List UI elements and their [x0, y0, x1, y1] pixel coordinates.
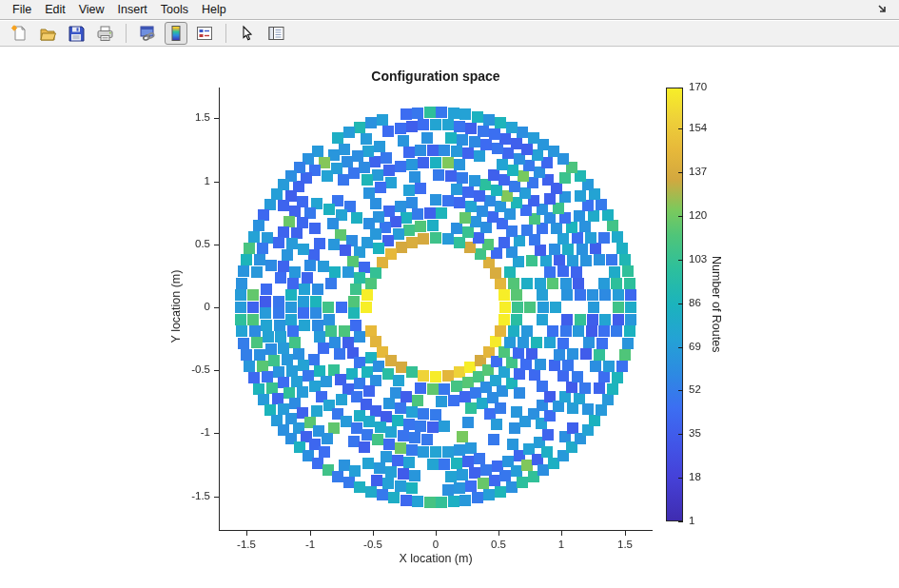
y-tick	[214, 118, 219, 119]
y-tick-label: -1	[178, 426, 210, 438]
colorbar-tick-label: 103	[689, 253, 707, 265]
figure-toolbar	[0, 21, 899, 47]
colorbar-tick	[678, 521, 683, 522]
new-figure-icon	[10, 25, 28, 42]
figure-window: FileEditViewInsertToolsHelp	[0, 0, 899, 588]
menu-bar: FileEditViewInsertToolsHelp	[0, 0, 899, 20]
y-tick	[214, 245, 219, 245]
colorbar[interactable]	[666, 88, 683, 521]
y-tick	[214, 182, 219, 183]
colorbar-tick-label: 18	[689, 471, 701, 482]
print-button[interactable]	[93, 22, 116, 45]
edit-plot-button[interactable]	[236, 22, 259, 45]
x-tick	[625, 531, 626, 536]
save-figure-icon	[68, 25, 85, 42]
colorbar-tick-label: 137	[689, 166, 707, 177]
y-tick	[214, 433, 219, 434]
colorbar-tick-label: 52	[689, 383, 701, 395]
x-tick-label: 0	[417, 539, 455, 550]
insert-colorbar-icon	[167, 25, 185, 42]
link-plot-button[interactable]	[136, 22, 159, 45]
figure-canvas-area: Configuration space X location (m) Y loc…	[0, 47, 899, 588]
colorbar-tick	[678, 478, 683, 479]
colorbar-tick	[678, 216, 683, 217]
x-tick	[373, 531, 374, 536]
colorbar-tick	[678, 304, 683, 304]
y-tick-label: 1	[178, 175, 210, 186]
colorbar-tick-label: 170	[689, 81, 707, 92]
colorbar-tick	[678, 88, 683, 88]
y-tick	[214, 370, 219, 371]
colorbar-tick-label: 35	[689, 427, 701, 439]
colorbar-tick	[678, 172, 683, 173]
y-tick	[214, 307, 219, 308]
x-tick-label: 0.5	[479, 539, 518, 550]
new-figure-button[interactable]	[8, 22, 30, 45]
dock-figure-button[interactable]	[876, 3, 889, 16]
print-icon	[96, 25, 114, 43]
save-figure-button[interactable]	[65, 22, 88, 45]
plot-title: Configuration space	[245, 69, 626, 84]
x-tick	[246, 531, 247, 536]
insert-legend-button[interactable]	[193, 22, 216, 45]
colorbar-label: Number of Routes	[708, 88, 725, 521]
open-file-button[interactable]	[36, 22, 59, 45]
y-axis-line	[219, 88, 220, 531]
open-file-icon	[39, 25, 57, 43]
menu-help[interactable]: Help	[195, 1, 233, 18]
colorbar-tick-label: 154	[689, 122, 707, 133]
x-tick-label: 1	[542, 539, 580, 550]
x-axis-label: X location (m)	[293, 552, 578, 565]
link-plot-icon	[139, 25, 157, 43]
y-tick-label: 0	[178, 301, 210, 312]
x-tick	[310, 531, 311, 536]
colorbar-tick-label: 120	[689, 209, 707, 221]
toolbar-separator	[126, 24, 127, 43]
menu-insert[interactable]: Insert	[111, 1, 154, 18]
menu-edit[interactable]: Edit	[38, 1, 72, 18]
colorbar-tick	[678, 390, 683, 391]
menu-file[interactable]: File	[6, 1, 38, 18]
colorbar-tick-label: 86	[689, 297, 701, 308]
toolbar-separator	[225, 24, 226, 43]
colorbar-tick	[678, 347, 683, 348]
y-tick-label: 1.5	[178, 111, 210, 123]
colorbar-tick-label: 69	[689, 341, 701, 352]
plot-browser-button[interactable]	[264, 22, 287, 45]
colorbar-tick-label: 1	[689, 515, 694, 526]
x-tick-label: -0.5	[354, 539, 392, 550]
insert-legend-icon	[196, 25, 213, 42]
insert-colorbar-button[interactable]	[165, 22, 187, 45]
y-tick-label: -1.5	[178, 490, 210, 501]
menu-view[interactable]: View	[72, 1, 111, 18]
x-tick	[561, 531, 562, 536]
menu-tools[interactable]: Tools	[154, 1, 195, 18]
colorbar-tick	[678, 128, 683, 129]
x-tick	[436, 531, 437, 536]
y-tick-label: -0.5	[178, 363, 210, 375]
menu-items: FileEditViewInsertToolsHelp	[6, 1, 233, 18]
x-tick-label: -1	[291, 539, 329, 550]
colorbar-tick	[678, 260, 683, 261]
x-tick-label: 1.5	[606, 539, 644, 550]
edit-plot-icon	[239, 25, 256, 42]
x-tick-label: -1.5	[227, 539, 265, 550]
x-tick	[498, 531, 499, 536]
y-tick	[214, 497, 219, 498]
scatter-plot-canvas[interactable]	[0, 47, 899, 588]
colorbar-tick	[678, 434, 683, 435]
dock-figure-icon	[876, 3, 889, 16]
y-tick-label: 0.5	[178, 238, 210, 249]
plot-browser-icon	[267, 25, 285, 43]
